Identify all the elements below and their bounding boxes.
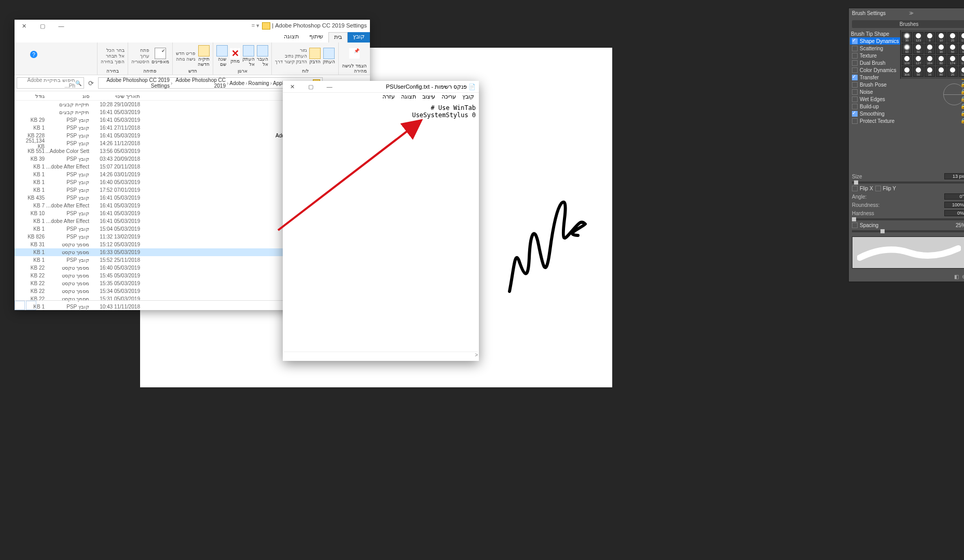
roundness-value[interactable]: 100%	[944, 202, 964, 208]
checkbox[interactable]	[852, 60, 858, 66]
brush-thumb[interactable]: 8	[925, 32, 935, 43]
brush-thumb[interactable]: 50	[947, 44, 958, 54]
window-maximize-button[interactable]: ▢	[33, 20, 52, 32]
checkbox[interactable]	[852, 104, 858, 109]
brush-option-protect-texture[interactable]: Protect Texture🔒	[850, 117, 964, 124]
notepad-menu-edit[interactable]: עריכה	[439, 93, 459, 102]
tab-share[interactable]: שיתוף	[304, 32, 328, 43]
pin-icon[interactable]: 📌	[349, 48, 360, 59]
checkbox[interactable]	[852, 75, 858, 80]
invert-selection-button[interactable]: הפוך בחירה	[101, 59, 125, 64]
breadcrumb-segment[interactable]: Adobe	[229, 80, 244, 86]
paste-icon[interactable]	[309, 48, 321, 59]
brush-option-build-up[interactable]: Build-up🔒	[850, 103, 964, 110]
delete-icon[interactable]: ✕	[230, 48, 240, 59]
lock-icon[interactable]: 🔒	[960, 111, 964, 116]
brush-thumb[interactable]: 25	[947, 32, 958, 43]
copyto-icon[interactable]	[243, 45, 254, 57]
select-all-button[interactable]: בחר הכל	[101, 48, 125, 53]
new-folder-icon[interactable]	[198, 45, 210, 57]
brush-thumb[interactable]: 175	[959, 55, 964, 65]
brush-thumb[interactable]: 25	[925, 44, 935, 54]
brush-thumb[interactable]: 80	[936, 55, 946, 65]
copy-icon[interactable]	[323, 48, 335, 59]
size-slider[interactable]	[852, 181, 964, 184]
brush-thumb[interactable]: 127	[913, 55, 924, 65]
brush-thumb[interactable]: 60	[959, 44, 964, 54]
lock-icon[interactable]: 🔒	[960, 118, 964, 123]
flip-y-checkbox[interactable]	[875, 186, 881, 191]
brush-thumb[interactable]: 50	[913, 66, 924, 77]
checkbox[interactable]	[852, 46, 858, 51]
easy-access-button[interactable]: גישה נוחה	[176, 57, 196, 62]
brush-thumb[interactable]: 80	[936, 66, 946, 77]
brush-thumb[interactable]: 16	[925, 66, 935, 77]
paste-shortcut-button[interactable]: הדבק קיצור דרך	[275, 59, 307, 64]
angle-value[interactable]: 0°	[944, 193, 964, 200]
cut-button[interactable]: גזור	[275, 48, 307, 53]
select-none-button[interactable]: אל תבחר	[101, 53, 125, 59]
tab-file[interactable]: קובץ	[348, 32, 370, 43]
notepad-menu-format[interactable]: עיצוב	[420, 93, 438, 102]
checkbox[interactable]	[852, 38, 858, 44]
checkbox[interactable]	[852, 67, 858, 73]
checkbox[interactable]	[852, 118, 858, 124]
panel-collapse-icon[interactable]: >>	[909, 10, 964, 16]
refresh-button[interactable]: ⟳	[86, 79, 96, 87]
spacing-checkbox[interactable]	[852, 222, 858, 228]
notepad-maximize-button[interactable]: ▢	[301, 80, 320, 93]
flip-x-checkbox[interactable]	[852, 186, 858, 191]
notepad-close-button[interactable]: ✕	[283, 80, 301, 93]
brush-thumb[interactable]: 10	[936, 32, 946, 43]
spacing-slider[interactable]	[852, 230, 964, 232]
rename-icon[interactable]	[216, 45, 228, 57]
column-size[interactable]: גודל	[19, 93, 45, 99]
brush-thumb[interactable]: 120	[959, 66, 964, 77]
checkbox[interactable]	[852, 53, 858, 59]
view-large-button[interactable]	[26, 301, 36, 310]
size-value[interactable]: 13 px	[944, 173, 964, 179]
breadcrumb-segment[interactable]: Roaming	[249, 80, 269, 86]
notepad-menu-view[interactable]: תצוגה	[398, 93, 419, 102]
column-date[interactable]: תאריך שינוי	[89, 93, 140, 99]
notepad-menu-help[interactable]: עזרה	[380, 93, 397, 102]
brush-thumb[interactable]: 306	[902, 66, 912, 77]
notepad-text-area[interactable]: # Use WinTab UseSystemStylus 0	[283, 102, 479, 121]
view-details-button[interactable]	[15, 301, 25, 310]
window-minimize-button[interactable]: —	[52, 20, 71, 32]
window-close-button[interactable]: ✕	[15, 20, 33, 32]
brush-thumb[interactable]: 30	[902, 32, 912, 43]
checkbox[interactable]	[852, 82, 858, 88]
save-preset-icon[interactable]: ⊕	[962, 274, 964, 279]
breadcrumb-segment[interactable]: Adobe Photoshop CC 2019 Settings	[101, 77, 170, 89]
brush-thumb[interactable]: 30	[936, 44, 946, 54]
tab-view[interactable]: תצוגה	[279, 32, 304, 43]
brushes-tab[interactable]: Brushes	[852, 20, 964, 28]
brush-option-smoothing[interactable]: Smoothing🔒	[850, 110, 964, 117]
brush-thumb[interactable]: 174	[947, 55, 958, 65]
breadcrumb-segment[interactable]: Adobe Photoshop CC 2019	[173, 77, 226, 89]
notepad-menu-file[interactable]: קובץ	[460, 93, 477, 102]
search-input[interactable]: 🔍 חיפוש בתיקיית Adobe Ph...	[17, 77, 84, 89]
brush-thumb[interactable]: 100	[902, 55, 912, 65]
brush-thumb[interactable]: 50	[913, 44, 924, 54]
panel-title-bar[interactable]: Brush Settings >>	[849, 8, 964, 18]
checkbox[interactable]	[852, 111, 858, 117]
hardness-slider[interactable]	[852, 218, 964, 220]
new-preset-icon[interactable]: ◧	[954, 274, 959, 279]
brush-thumb[interactable]: 25	[947, 66, 958, 77]
column-type[interactable]: סוג	[45, 93, 89, 99]
checkbox[interactable]	[852, 96, 858, 102]
moveto-icon[interactable]	[257, 45, 268, 57]
brush-thumbnails[interactable]: 3012381025112605025305060100127284801741…	[900, 30, 964, 79]
help-icon[interactable]: ?	[30, 51, 37, 58]
copy-path-button[interactable]: העתק נתיב	[275, 53, 307, 59]
brush-thumb[interactable]: 284	[925, 55, 935, 65]
notepad-minimize-button[interactable]: —	[320, 80, 339, 93]
brush-thumb[interactable]: 123	[913, 32, 924, 43]
new-item-button[interactable]: פריט חדש	[176, 51, 196, 56]
brush-thumb[interactable]: 60	[902, 44, 912, 54]
history-button[interactable]: היסטוריה	[131, 59, 149, 64]
spacing-value[interactable]: 25%	[956, 222, 964, 228]
edit-button[interactable]: ערוך	[131, 53, 149, 59]
